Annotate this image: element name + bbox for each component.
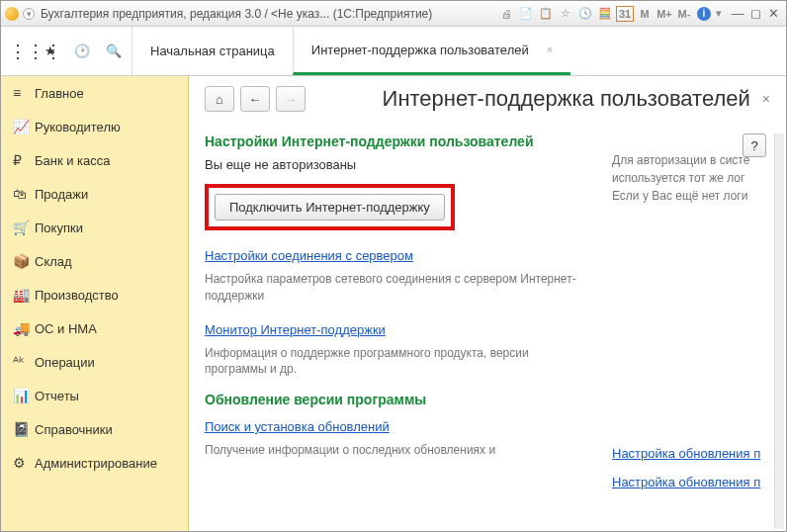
apps-icon[interactable]: ⋮⋮⋮: [9, 41, 29, 62]
section-settings-title: Настройки Интернет-поддержки пользовател…: [205, 133, 588, 149]
sidebar-item-directories[interactable]: 📓Справочники: [1, 412, 188, 446]
print-icon[interactable]: 🖨: [497, 6, 515, 22]
search-icon[interactable]: 🔍: [104, 44, 124, 58]
ruble-icon: ₽: [13, 152, 35, 168]
sidebar-item-admin[interactable]: ⚙Администрирование: [1, 446, 188, 480]
tab-label: Интернет-поддержка пользователей: [311, 43, 529, 57]
monitor-desc: Информация о поддержке программного прод…: [205, 345, 588, 379]
gear-icon: ⚙: [13, 455, 35, 471]
monitor-link[interactable]: Монитор Интернет-поддержки: [205, 322, 386, 337]
reports-icon: 📊: [13, 388, 35, 403]
close-button[interactable]: ✕: [764, 6, 782, 21]
content-area: ⌂ ← → Интернет-поддержка пользователей ×…: [189, 76, 786, 532]
sidebar-item-warehouse[interactable]: 📦Склад: [1, 244, 188, 278]
truck-icon: 🚚: [13, 320, 35, 336]
cart-icon: 🛒: [13, 220, 35, 235]
window-titlebar: ▾ Бухгалтерия предприятия, редакция 3.0 …: [1, 1, 786, 27]
sidebar-item-label: Покупки: [35, 221, 83, 235]
sidebar-item-label: Справочники: [35, 422, 113, 437]
section-update-title: Обновление версии программы: [205, 392, 588, 407]
sidebar-item-label: Производство: [35, 288, 119, 303]
app-icon: [5, 7, 19, 21]
update-desc: Получение информации о последних обновле…: [205, 442, 588, 459]
auth-hint-text: Для авторизации в систе используется тот…: [612, 151, 770, 205]
book-icon: 📓: [13, 421, 35, 437]
sidebar-item-manager[interactable]: 📈Руководителю: [1, 110, 188, 143]
connect-support-button[interactable]: Подключить Интернет-поддержку: [215, 194, 445, 221]
doc-icon[interactable]: 📄: [517, 6, 535, 22]
calc-icon[interactable]: 🧮: [596, 6, 614, 22]
sidebar-item-purchases[interactable]: 🛒Покупки: [1, 211, 188, 244]
update-search-link[interactable]: Поиск и установка обновлений: [205, 419, 390, 434]
bag-icon: 🛍: [13, 186, 35, 202]
operations-icon: ᴬᵏ: [13, 354, 35, 370]
sidebar-item-label: ОС и НМА: [35, 321, 97, 336]
sidebar-item-label: Руководителю: [35, 120, 121, 134]
tab-close-icon[interactable]: ×: [547, 44, 553, 55]
update-settings-link-1[interactable]: Настройка обновления п: [612, 446, 760, 461]
factory-icon: 🏭: [13, 287, 35, 303]
chart-icon: 📈: [13, 119, 35, 134]
sidebar-item-label: Операции: [35, 355, 95, 370]
help-button[interactable]: ?: [743, 133, 766, 157]
tab-home[interactable]: Начальная страница: [131, 27, 293, 75]
sidebar-item-bank[interactable]: ₽Банк и касса: [1, 143, 188, 177]
page-title: Интернет-поддержка пользователей: [306, 86, 750, 112]
calendar-icon[interactable]: 31: [616, 6, 634, 22]
main-toolbar: ⋮⋮⋮ ★ 🕑 🔍 Начальная страница Интернет-по…: [1, 27, 786, 76]
sidebar-item-label: Главное: [35, 86, 84, 101]
update-settings-link-2[interactable]: Настройка обновления п: [612, 475, 760, 489]
m-icon[interactable]: M: [636, 6, 654, 22]
connection-settings-desc: Настройка параметров сетевого соединения…: [205, 271, 588, 305]
info-dropdown-icon[interactable]: ▾: [710, 6, 728, 22]
sidebar-item-label: Банк и касса: [35, 153, 111, 168]
sidebar-item-sales[interactable]: 🛍Продажи: [1, 177, 188, 211]
forward-button[interactable]: →: [276, 86, 306, 112]
sidebar-item-label: Продажи: [35, 187, 88, 202]
tab-label: Начальная страница: [150, 44, 275, 58]
sidebar-item-label: Администрирование: [35, 456, 157, 471]
home-button[interactable]: ⌂: [205, 86, 234, 112]
back-button[interactable]: ←: [240, 86, 270, 112]
sidebar-item-reports[interactable]: 📊Отчеты: [1, 379, 188, 412]
menu-icon: ≡: [13, 85, 35, 101]
clipboard-icon[interactable]: 🕑: [72, 44, 92, 58]
m-plus-icon[interactable]: M+: [656, 6, 673, 22]
sidebar-item-operations[interactable]: ᴬᵏОперации: [1, 345, 188, 379]
sidebar-item-assets[interactable]: 🚚ОС и НМА: [1, 311, 188, 345]
window-title: Бухгалтерия предприятия, редакция 3.0 / …: [41, 7, 432, 21]
m-minus-icon[interactable]: M-: [675, 6, 693, 22]
tab-internet-support[interactable]: Интернет-поддержка пользователей ×: [293, 27, 570, 75]
connection-settings-link[interactable]: Настройки соединения с сервером: [205, 248, 413, 263]
scrollbar[interactable]: [774, 133, 784, 529]
connect-highlight: Подключить Интернет-поддержку: [205, 184, 455, 230]
history-icon[interactable]: 🕓: [576, 6, 594, 22]
sidebar-item-label: Склад: [35, 254, 72, 269]
tab-bar: Начальная страница Интернет-поддержка по…: [131, 27, 570, 75]
sidebar: ≡Главное 📈Руководителю ₽Банк и касса 🛍Пр…: [1, 76, 189, 532]
dropdown-icon[interactable]: ▾: [23, 8, 35, 20]
sidebar-item-main[interactable]: ≡Главное: [1, 76, 188, 110]
copy-icon[interactable]: 📋: [537, 6, 555, 22]
box-icon: 📦: [13, 253, 35, 269]
sidebar-item-production[interactable]: 🏭Производство: [1, 278, 188, 311]
minimize-button[interactable]: —: [729, 6, 746, 21]
favorite-icon[interactable]: ☆: [557, 6, 574, 22]
sidebar-item-label: Отчеты: [35, 389, 79, 403]
star-icon[interactable]: ★: [41, 44, 60, 58]
maximize-button[interactable]: ◻: [746, 6, 764, 21]
auth-status-text: Вы еще не авторизованы: [205, 157, 588, 172]
close-page-button[interactable]: ×: [762, 91, 770, 107]
